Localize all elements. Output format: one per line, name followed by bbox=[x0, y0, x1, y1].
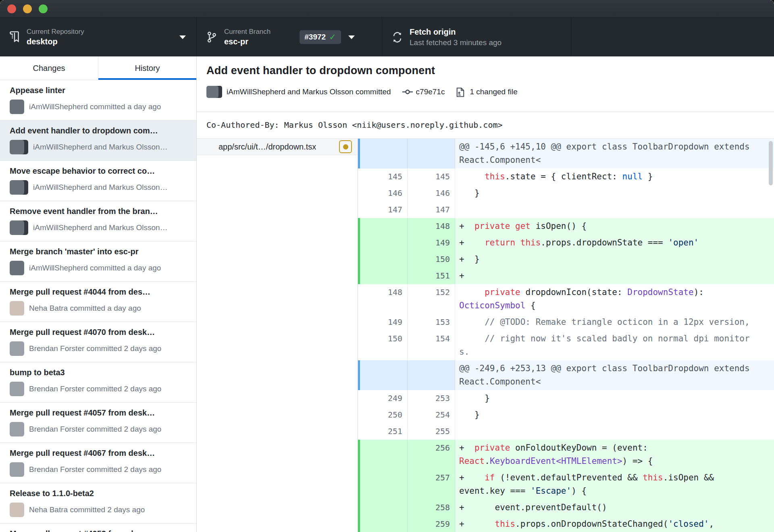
commit-list-title: bump to beta3 bbox=[10, 368, 187, 377]
diff-context-line: 145145 this.state = { clientRect: null } bbox=[358, 168, 774, 185]
commit-sha[interactable]: c79e71c bbox=[416, 87, 445, 96]
pr-badge: #3972 ✓ bbox=[300, 30, 341, 44]
close-button[interactable] bbox=[7, 4, 16, 13]
commit-meta-row: iAmWillShepherd and Markus Olsson commit… bbox=[206, 86, 764, 98]
diff-added-line: 257+ if (!event.defaultPrevented && this… bbox=[358, 470, 774, 499]
commit-list-meta: iAmWillShepherd and Markus Olsson… bbox=[10, 180, 187, 195]
diff-context-line: 250254 } bbox=[358, 407, 774, 423]
commit-list-title: Release to 1.1.0-beta2 bbox=[10, 489, 187, 498]
history-list: Appease linteriAmWillShepherd committed … bbox=[0, 80, 196, 532]
fetch-subtitle: Last fetched 3 minutes ago bbox=[410, 38, 501, 48]
history-item[interactable]: Merge pull request #4070 from desk…Brend… bbox=[0, 322, 196, 362]
scrollbar-thumb[interactable] bbox=[769, 141, 773, 185]
changed-files-panel: app/src/ui/t…/dropdown.tsx bbox=[197, 139, 358, 532]
view-tabs: Changes History bbox=[0, 56, 196, 80]
sync-icon bbox=[392, 30, 404, 44]
commit-list-title: Add event handler to dropdown com… bbox=[10, 126, 187, 135]
commit-detail: Add event handler to dropdown component … bbox=[197, 56, 774, 532]
toolbar: Current Repository desktop Current Branc… bbox=[0, 18, 774, 56]
diff-added-line: 148+ private get isOpen() { bbox=[358, 218, 774, 235]
file-diff-icon bbox=[456, 87, 466, 96]
diff-context-line: 147147 bbox=[358, 202, 774, 218]
diff-view: app/src/ui/t…/dropdown.tsx @@ -145,6 +14… bbox=[197, 138, 774, 532]
branch-label: Current Branch bbox=[224, 27, 270, 36]
commit-list-title: Merge pull request #4070 from desk… bbox=[10, 328, 187, 337]
diff-hunk-header: @@ -249,6 +253,13 @@ export class Toolba… bbox=[358, 360, 774, 390]
diff-rows: @@ -145,6 +145,10 @@ export class Toolba… bbox=[358, 139, 774, 532]
history-item[interactable]: bump to beta3Brendan Forster committed 2… bbox=[0, 362, 196, 403]
commit-list-title: Merge pull request #4057 from desk… bbox=[10, 408, 187, 418]
diff-context-line: 251255 bbox=[358, 423, 774, 440]
avatar bbox=[10, 382, 24, 396]
commit-list-meta: Neha Batra committed 2 days ago bbox=[10, 503, 187, 517]
history-item[interactable]: Merge pull request #4044 from des…Neha B… bbox=[0, 282, 196, 322]
commit-list-meta: Brendan Forster committed 2 days ago bbox=[10, 462, 187, 477]
commit-list-title: Merge pull request #4052 from d… bbox=[10, 529, 187, 532]
avatar bbox=[10, 503, 24, 517]
history-item[interactable]: Merge pull request #4052 from d… bbox=[0, 524, 196, 532]
commit-list-title: Merge pull request #4044 from des… bbox=[10, 287, 187, 297]
diff-context-line: 249253 } bbox=[358, 390, 774, 407]
diff-added-line: 151+ bbox=[358, 268, 774, 284]
tab-changes[interactable]: Changes bbox=[0, 56, 98, 80]
history-item[interactable]: Merge pull request #4057 from desk…Brend… bbox=[0, 403, 196, 443]
commit-description: Co-Authored-By: Markus Olsson <niik@user… bbox=[197, 112, 774, 138]
commit-title: Add event handler to dropdown component bbox=[206, 64, 764, 77]
commit-list-meta: Brendan Forster committed 2 days ago bbox=[10, 341, 187, 356]
repository-label: Current Repository bbox=[27, 27, 84, 36]
current-branch-button[interactable]: Current Branch esc-pr #3972 ✓ bbox=[197, 18, 382, 56]
fetch-title: Fetch origin bbox=[410, 27, 501, 37]
branch-name: esc-pr bbox=[224, 37, 270, 47]
fetch-origin-button[interactable]: Fetch origin Last fetched 3 minutes ago bbox=[382, 18, 571, 56]
commit-authors: iAmWillShepherd and Markus Olsson commit… bbox=[227, 87, 391, 96]
diff-added-line: 149+ return this.props.dropdownState ===… bbox=[358, 235, 774, 251]
diff-added-line: 259+ this.props.onDropdownStateChanged('… bbox=[358, 516, 774, 532]
diff-added-line: 150+ } bbox=[358, 251, 774, 268]
sidebar: Changes History Appease linteriAmWillShe… bbox=[0, 56, 197, 532]
avatar bbox=[10, 341, 24, 356]
commit-list-title: Appease linter bbox=[10, 86, 187, 95]
titlebar bbox=[0, 0, 774, 18]
diff-added-line: 258+ event.preventDefault() bbox=[358, 499, 774, 516]
commit-list-meta: Brendan Forster committed 2 days ago bbox=[10, 382, 187, 396]
commit-list-title: Merge pull request #4067 from desk… bbox=[10, 449, 187, 458]
zoom-button[interactable] bbox=[39, 4, 48, 13]
avatar-stack bbox=[10, 180, 28, 195]
history-item[interactable]: Move escape behavior to correct co…iAmWi… bbox=[0, 161, 196, 201]
history-item[interactable]: Merge branch 'master' into esc-priAmWill… bbox=[0, 241, 196, 282]
modified-status-icon bbox=[339, 140, 352, 153]
commit-list-title: Move escape behavior to correct co… bbox=[10, 166, 187, 176]
diff-context-line: 150154 // right now it's scaled badly on… bbox=[358, 330, 774, 360]
commit-list-meta: iAmWillShepherd and Markus Olsson… bbox=[10, 140, 187, 154]
history-item[interactable]: Merge pull request #4067 from desk…Brend… bbox=[0, 443, 196, 483]
avatar-stack bbox=[10, 220, 28, 235]
avatar bbox=[10, 301, 24, 316]
tab-history[interactable]: History bbox=[98, 56, 196, 80]
current-repository-button[interactable]: Current Repository desktop bbox=[0, 18, 197, 56]
history-item[interactable]: Appease linteriAmWillShepherd committed … bbox=[0, 80, 196, 121]
git-branch-icon bbox=[206, 30, 218, 44]
commit-header: Add event handler to dropdown component … bbox=[197, 56, 774, 112]
repository-name: desktop bbox=[27, 37, 84, 47]
history-item[interactable]: Remove event handler from the bran…iAmWi… bbox=[0, 201, 196, 241]
avatar bbox=[10, 422, 24, 436]
diff-pane: @@ -145,6 +145,10 @@ export class Toolba… bbox=[358, 139, 774, 532]
repo-icon bbox=[9, 30, 21, 44]
minimize-button[interactable] bbox=[23, 4, 32, 13]
diff-context-line: 146146 } bbox=[358, 185, 774, 202]
check-icon: ✓ bbox=[329, 33, 336, 42]
history-item[interactable]: Release to 1.1.0-beta2Neha Batra committ… bbox=[0, 483, 196, 524]
file-row[interactable]: app/src/ui/t…/dropdown.tsx bbox=[197, 139, 358, 155]
commit-list-meta: iAmWillShepherd committed a day ago bbox=[10, 261, 187, 275]
file-path: app/src/ui/t…/dropdown.tsx bbox=[218, 142, 316, 152]
chevron-down-icon bbox=[348, 35, 355, 39]
commit-list-meta: iAmWillShepherd committed a day ago bbox=[10, 100, 187, 114]
git-commit-icon bbox=[402, 87, 413, 96]
avatar-stack bbox=[10, 140, 28, 154]
avatar bbox=[10, 462, 24, 477]
diff-hunk-header: @@ -145,6 +145,10 @@ export class Toolba… bbox=[358, 139, 774, 168]
chevron-down-icon bbox=[179, 35, 186, 39]
history-item[interactable]: Add event handler to dropdown com…iAmWil… bbox=[0, 121, 196, 161]
github-desktop-window: Current Repository desktop Current Branc… bbox=[0, 0, 774, 532]
commit-list-title: Remove event handler from the bran… bbox=[10, 207, 187, 216]
